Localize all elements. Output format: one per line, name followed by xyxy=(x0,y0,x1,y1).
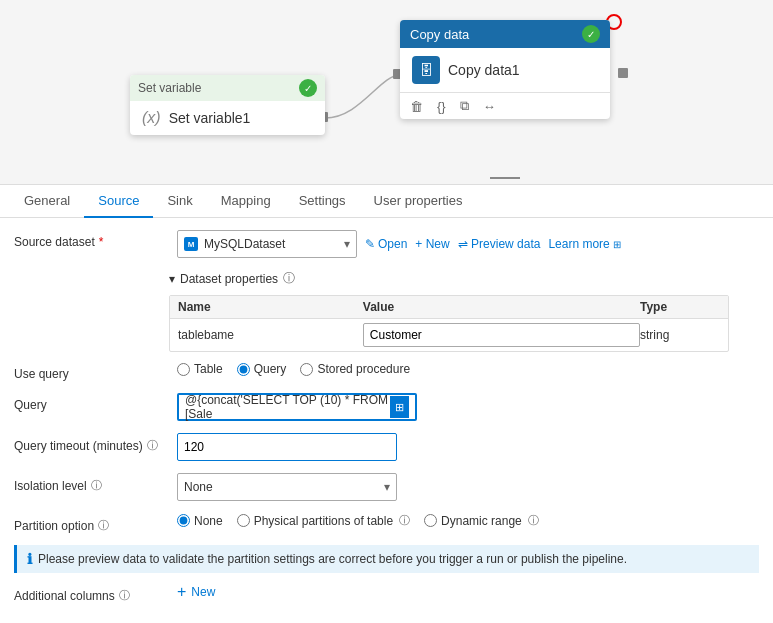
props-table-row: tablebame string xyxy=(170,319,728,351)
isolation-info-icon: ⓘ xyxy=(91,478,102,493)
trash-icon[interactable]: 🗑 xyxy=(410,99,423,114)
use-query-radio-group: Table Query Stored procedure xyxy=(177,362,410,376)
radio-table[interactable]: Table xyxy=(177,362,223,376)
m-icon: M xyxy=(184,237,198,251)
info-bar-icon: ℹ xyxy=(27,551,32,567)
copy-data-node[interactable]: Copy data ✓ 🗄 Copy data1 🗑 {} ⧉ ↔ xyxy=(400,20,610,119)
info-bar-text: Please preview data to validate the part… xyxy=(38,552,627,566)
query-expression-btn[interactable]: ⊞ xyxy=(390,396,409,418)
partition-physical-info: ⓘ xyxy=(399,513,410,528)
arrow-icon[interactable]: ↔ xyxy=(483,99,496,114)
tab-source[interactable]: Source xyxy=(84,185,153,218)
radio-stored-input[interactable] xyxy=(300,363,313,376)
dash-separator xyxy=(490,177,520,179)
isolation-chevron: ▾ xyxy=(384,480,390,494)
copy-data-header: Copy data ✓ xyxy=(400,20,610,48)
set-variable-header: Set variable ✓ xyxy=(130,75,325,101)
radio-table-input[interactable] xyxy=(177,363,190,376)
props-table: Name Value Type tablebame string xyxy=(169,295,729,352)
new-link[interactable]: + New xyxy=(415,237,449,251)
isolation-select[interactable]: None ▾ xyxy=(177,473,397,501)
tab-general[interactable]: General xyxy=(10,185,84,218)
dropdown-chevron: ▾ xyxy=(344,237,350,251)
dataset-row: M MySQLDataset ▾ ✎ Open + New ⇌ Preview … xyxy=(177,230,759,258)
add-new-column-button[interactable]: + New xyxy=(177,583,215,601)
partition-dynamic-info: ⓘ xyxy=(528,513,539,528)
use-query-label: Use query xyxy=(14,362,169,381)
partition-info-icon: ⓘ xyxy=(98,518,109,533)
radio-stored-procedure[interactable]: Stored procedure xyxy=(300,362,410,376)
partition-dynamic-radio[interactable]: Dynamic range ⓘ xyxy=(424,513,539,528)
radio-query-input[interactable] xyxy=(237,363,250,376)
copy-data-title: Copy data xyxy=(410,27,469,42)
set-variable-body: (x) Set variable1 xyxy=(130,101,325,135)
partition-none-input[interactable] xyxy=(177,514,190,527)
tab-sink[interactable]: Sink xyxy=(153,185,206,218)
isolation-value: None xyxy=(184,480,213,494)
query-timeout-label: Query timeout (minutes) ⓘ xyxy=(14,433,169,453)
value-col-header: Value xyxy=(363,300,640,314)
radio-query[interactable]: Query xyxy=(237,362,287,376)
partition-radio-group: None Physical partitions of table ⓘ Dyna… xyxy=(177,513,539,528)
svg-rect-2 xyxy=(618,68,628,78)
dataset-props-label: Dataset properties xyxy=(180,272,278,286)
pencil-icon: ✎ xyxy=(365,237,375,251)
prop-name-cell: tablebame xyxy=(178,328,363,342)
dataset-name-display: M MySQLDataset xyxy=(184,237,285,251)
learn-more-link[interactable]: Learn more ⊞ xyxy=(548,237,620,251)
query-timeout-row: Query timeout (minutes) ⓘ xyxy=(14,433,759,461)
prop-type-cell: string xyxy=(640,328,720,342)
name-col-header: Name xyxy=(178,300,363,314)
dataset-properties-section: ▾ Dataset properties ⓘ Name Value Type t… xyxy=(169,270,759,352)
chevron-down-icon: ▾ xyxy=(169,272,175,286)
tab-settings[interactable]: Settings xyxy=(285,185,360,218)
source-dataset-label: Source dataset * xyxy=(14,230,169,249)
query-timeout-input[interactable] xyxy=(177,433,397,461)
tab-user-properties[interactable]: User properties xyxy=(360,185,477,218)
set-variable-check-icon: ✓ xyxy=(299,79,317,97)
timeout-info-icon: ⓘ xyxy=(147,438,158,453)
external-link-icon: ⊞ xyxy=(613,239,621,250)
type-col-header: Type xyxy=(640,300,720,314)
open-link[interactable]: ✎ Open xyxy=(365,237,407,251)
form-area: Source dataset * M MySQLDataset ▾ ✎ Open… xyxy=(0,218,773,619)
x-icon: (x) xyxy=(142,109,161,127)
partition-none-radio[interactable]: None xyxy=(177,514,223,528)
additional-columns-row: Additional columns ⓘ + New xyxy=(14,583,759,603)
canvas-area: Set variable ✓ (x) Set variable1 Copy da… xyxy=(0,0,773,185)
query-input-box[interactable]: @{concat('SELECT TOP (10) * FROM [Sale ⊞ xyxy=(177,393,417,421)
preview-link[interactable]: ⇌ Preview data xyxy=(458,237,541,251)
plus-icon: + xyxy=(177,583,186,601)
copy-data-body: 🗄 Copy data1 xyxy=(400,48,610,92)
set-variable-name: Set variable1 xyxy=(169,110,251,126)
partition-physical-radio[interactable]: Physical partitions of table ⓘ xyxy=(237,513,410,528)
isolation-level-row: Isolation level ⓘ None ▾ xyxy=(14,473,759,501)
additional-columns-label: Additional columns ⓘ xyxy=(14,583,169,603)
copy-icon[interactable]: ⧉ xyxy=(460,98,469,114)
code-icon[interactable]: {} xyxy=(437,99,446,114)
isolation-level-label: Isolation level ⓘ xyxy=(14,473,169,493)
tab-mapping[interactable]: Mapping xyxy=(207,185,285,218)
partition-dynamic-input[interactable] xyxy=(424,514,437,527)
dataset-props-info-icon: ⓘ xyxy=(283,270,295,287)
source-dataset-row: Source dataset * M MySQLDataset ▾ ✎ Open… xyxy=(14,230,759,258)
copy-data-check-icon: ✓ xyxy=(582,25,600,43)
copy-data-footer: 🗑 {} ⧉ ↔ xyxy=(400,92,610,119)
prop-value-input[interactable] xyxy=(363,323,640,347)
dataset-props-toggle[interactable]: ▾ Dataset properties ⓘ xyxy=(169,270,759,287)
info-bar: ℹ Please preview data to validate the pa… xyxy=(14,545,759,573)
dataset-name-text: MySQLDataset xyxy=(204,237,285,251)
use-query-row: Use query Table Query Stored procedure xyxy=(14,362,759,381)
query-row: Query @{concat('SELECT TOP (10) * FROM [… xyxy=(14,393,759,421)
source-dataset-controls: M MySQLDataset ▾ ✎ Open + New ⇌ Preview … xyxy=(177,230,759,258)
partition-option-row: Partition option ⓘ None Physical partiti… xyxy=(14,513,759,533)
copy-data-name: Copy data1 xyxy=(448,62,520,78)
partition-option-label: Partition option ⓘ xyxy=(14,513,169,533)
partition-physical-input[interactable] xyxy=(237,514,250,527)
dataset-select[interactable]: M MySQLDataset ▾ xyxy=(177,230,357,258)
set-variable-node[interactable]: Set variable ✓ (x) Set variable1 xyxy=(130,75,325,135)
set-variable-title: Set variable xyxy=(138,81,201,95)
db-icon: 🗄 xyxy=(412,56,440,84)
additional-cols-info: ⓘ xyxy=(119,588,130,603)
required-marker: * xyxy=(99,235,104,249)
